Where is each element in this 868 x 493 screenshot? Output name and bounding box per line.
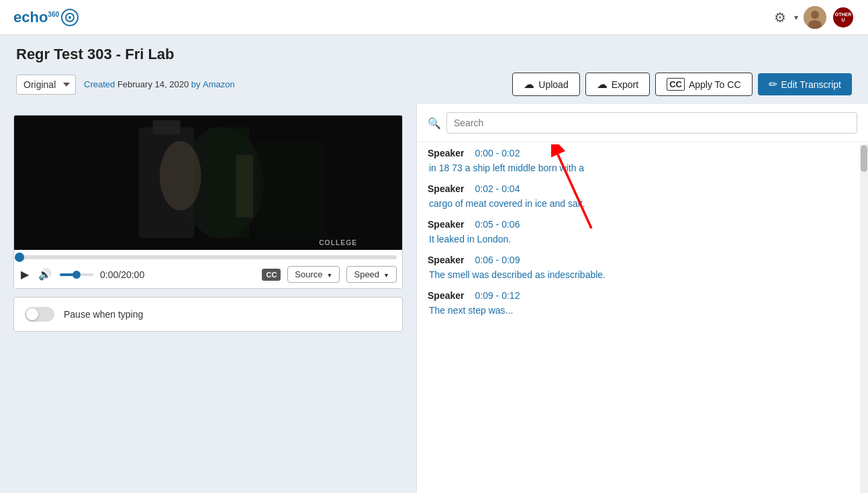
play-button[interactable]: ▶ — [19, 267, 30, 282]
pause-typing-label: Pause when typing — [64, 309, 143, 320]
video-still: COLLEGE — [14, 116, 402, 250]
pause-typing-row: Pause when typing — [13, 297, 403, 332]
search-input[interactable] — [446, 112, 857, 134]
svg-rect-8 — [152, 120, 180, 134]
transcript-list: Speaker 0:00 - 0:02 in 18 73 a ship left… — [417, 142, 868, 493]
speaker-label: Speaker — [428, 183, 464, 194]
transcript-text: cargo of meat covered in ice and salt. — [428, 197, 857, 211]
transcript-entry: Speaker 0:00 - 0:02 in 18 73 a ship left… — [428, 148, 857, 175]
time-range: 0:09 - 0:12 — [475, 290, 520, 301]
speaker-label: Speaker — [428, 290, 464, 301]
svg-rect-11 — [256, 141, 326, 238]
edit-transcript-button[interactable]: ✏ Edit Transcript — [758, 73, 852, 95]
time-range: 0:02 - 0:04 — [475, 183, 520, 194]
logo-icon — [60, 8, 79, 27]
speed-label: Speed — [354, 269, 379, 279]
speed-chevron-icon — [382, 269, 389, 279]
logo-360: 360 — [48, 10, 59, 17]
logo-text: echo360 — [13, 9, 59, 26]
controls-row: ▶ 🔊 0:00/20:00 CC Source Speed — [14, 262, 402, 288]
left-panel: COLLEGE ▶ 🔊 0:00/20:00 CC So — [0, 104, 416, 493]
main-content: COLLEGE ▶ 🔊 0:00/20:00 CC So — [0, 104, 868, 493]
transcript-text: The smell was described as indescribable… — [428, 268, 857, 282]
pause-typing-toggle[interactable] — [25, 307, 54, 322]
transcript-entry: Speaker 0:06 - 0:09 The smell was descri… — [428, 255, 857, 282]
header-right: ⚙ ▾ OTHERU — [771, 6, 855, 29]
transcript-entry: Speaker 0:09 - 0:12 The next step was... — [428, 290, 857, 318]
institution-badge: OTHERU — [832, 6, 855, 29]
time-range: 0:05 - 0:06 — [475, 219, 520, 230]
speaker-label: Speaker — [428, 219, 464, 230]
volume-button[interactable]: 🔊 — [37, 267, 53, 282]
time-range: 0:00 - 0:02 — [475, 148, 520, 159]
logo: echo360 — [13, 8, 79, 27]
volume-thumb — [73, 271, 81, 279]
search-bar: 🔍 — [417, 104, 868, 142]
speaker-row: Speaker 0:05 - 0:06 — [428, 219, 857, 230]
speaker-row: Speaker 0:00 - 0:02 — [428, 148, 857, 159]
upload-icon: ☁ — [524, 78, 534, 91]
cc-icon: CC — [667, 78, 685, 91]
svg-point-12 — [160, 141, 201, 210]
settings-dropdown-arrow[interactable]: ▾ — [794, 13, 798, 22]
transcript-entry: Speaker 0:05 - 0:06 It leaked in London. — [428, 219, 857, 246]
right-panel: 🔍 Speaker 0:00 - 0:02 in 18 73 a ship le… — [416, 104, 868, 493]
transcript-text: It leaked in London. — [428, 232, 857, 246]
time-display: 0:00/20:00 — [100, 269, 255, 280]
settings-button[interactable]: ⚙ — [771, 7, 789, 28]
toolbar-right: ☁ Upload ☁ Export CC Apply To CC ✏ Edit … — [512, 73, 852, 96]
progress-bar-area[interactable] — [14, 250, 402, 262]
transcript-text: in 18 73 a ship left middle born with a — [428, 161, 857, 175]
speaker-label: Speaker — [428, 148, 464, 159]
speaker-row: Speaker 0:09 - 0:12 — [428, 290, 857, 301]
svg-point-2 — [68, 16, 71, 19]
cc-toggle-button[interactable]: CC — [262, 269, 281, 281]
apply-cc-button[interactable]: CC Apply To CC — [655, 73, 752, 96]
upload-button[interactable]: ☁ Upload — [512, 73, 579, 96]
source-label: Source — [295, 269, 322, 279]
toggle-knob — [26, 308, 38, 320]
pencil-icon: ✏ — [769, 78, 777, 91]
created-info: Created February 14, 2020 by Amazon — [84, 79, 235, 89]
transcript-entry: Speaker 0:02 - 0:04 cargo of meat covere… — [428, 183, 857, 211]
time-range: 0:06 - 0:09 — [475, 255, 520, 265]
volume-slider[interactable] — [60, 273, 93, 276]
toolbar-left: Original Created February 14, 2020 by Am… — [16, 75, 235, 95]
export-button[interactable]: ☁ Export — [585, 73, 650, 96]
video-screen[interactable]: COLLEGE — [14, 116, 402, 250]
speed-button[interactable]: Speed — [346, 266, 397, 283]
svg-text:COLLEGE: COLLEGE — [319, 239, 357, 246]
video-container: COLLEGE ▶ 🔊 0:00/20:00 CC So — [13, 115, 403, 289]
header: echo360 ⚙ ▾ OTHERU — [0, 0, 868, 35]
progress-track[interactable] — [19, 255, 397, 259]
source-button[interactable]: Source — [287, 266, 340, 283]
speaker-row: Speaker 0:02 - 0:04 — [428, 183, 857, 194]
page-header: Regr Test 303 - Fri Lab Original Created… — [0, 35, 868, 104]
source-chevron-icon — [326, 269, 333, 279]
progress-thumb[interactable] — [15, 253, 24, 262]
toolbar-row: Original Created February 14, 2020 by Am… — [16, 73, 852, 104]
speaker-row: Speaker 0:06 - 0:09 — [428, 255, 857, 265]
scrollbar-thumb[interactable] — [861, 145, 867, 172]
svg-rect-13 — [236, 155, 253, 218]
speaker-label: Speaker — [428, 255, 464, 265]
svg-point-4 — [811, 11, 819, 19]
scrollbar[interactable] — [860, 144, 868, 493]
page-title: Regr Test 303 - Fri Lab — [16, 46, 852, 63]
avatar — [804, 6, 826, 29]
avatar-image — [804, 6, 826, 29]
search-icon: 🔍 — [428, 117, 441, 130]
transcript-text: The next step was... — [428, 304, 857, 318]
version-dropdown[interactable]: Original — [16, 75, 76, 95]
export-icon: ☁ — [597, 78, 608, 91]
